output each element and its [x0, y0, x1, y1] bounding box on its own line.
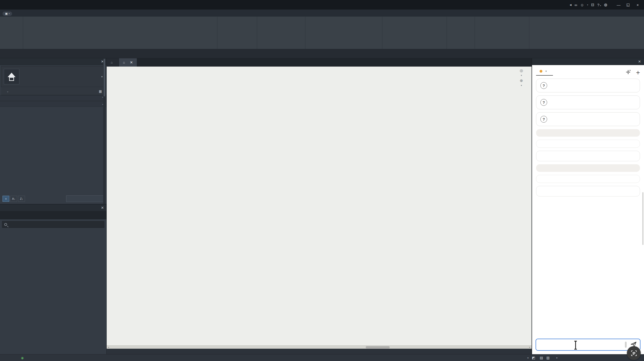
collapse-icon[interactable]: ◂	[570, 3, 572, 7]
restore-button[interactable]: ◱	[624, 2, 632, 8]
elevation-type-icon	[4, 69, 19, 84]
panel-label-work-plane	[475, 44, 529, 49]
panel-label-opening	[382, 44, 447, 49]
properties-scrollbar[interactable]	[103, 58, 106, 204]
ribbon-panel-model	[257, 17, 305, 49]
chevron-down-icon: ▾	[545, 70, 547, 73]
new-chat-icon[interactable]: +	[636, 69, 640, 76]
screen-record-tab[interactable]: ▣▾	[3, 12, 12, 16]
chevron-down-icon: ▾	[587, 4, 588, 6]
assistant-message	[536, 140, 640, 148]
view-tab-elevation[interactable]: ⌂✕	[119, 58, 137, 67]
question-icon: ?	[540, 82, 547, 89]
ribbon-panel-opening	[382, 17, 447, 49]
question-icon: ?	[540, 116, 547, 123]
panel-label-datum	[447, 44, 475, 49]
close-icon[interactable]: ✕	[130, 61, 133, 64]
close-button[interactable]: ×	[633, 2, 642, 8]
panel-label-circulation	[217, 44, 257, 49]
ribbon	[0, 17, 644, 49]
account-menu[interactable]: ☺▾	[580, 3, 588, 7]
project-browser-panel: ✕	[0, 204, 106, 354]
question-icon: ?	[540, 99, 547, 106]
search-icon	[4, 223, 7, 226]
autodesk-account-icon[interactable]: ◍	[604, 3, 607, 7]
assistant-input[interactable]	[536, 339, 640, 351]
view-tab-bar: ⌂ ⌂✕	[107, 58, 532, 67]
elevation-drawing	[107, 67, 531, 345]
close-icon[interactable]: ✕	[101, 206, 104, 210]
assistant-message	[536, 175, 640, 183]
suggestion-card[interactable]: ?	[536, 79, 640, 92]
horizontal-scrollbar[interactable]: ◂ ▸	[107, 345, 532, 349]
navigation-bar: ◎ ▾ ⊕ ▾	[520, 69, 523, 87]
chevron-down-icon: ▾	[9, 13, 10, 15]
panel-label-model	[257, 44, 305, 49]
ribbon-tab-bar: ▣▾	[0, 10, 644, 17]
sparkle-icon[interactable]	[625, 69, 631, 76]
view-tab-3d[interactable]: ⌂	[107, 58, 119, 67]
edit-type-button[interactable]: ▦	[99, 89, 103, 93]
sort-ascending-button[interactable]: A↓	[10, 196, 17, 202]
chat-tab[interactable]: ▾	[536, 70, 553, 76]
status-dot-icon	[540, 70, 542, 73]
panel-label-select[interactable]	[0, 44, 23, 49]
user-icon: ☺	[580, 3, 584, 7]
ribbon-panel-room-area	[305, 17, 382, 49]
assistant-chat-icon	[630, 349, 638, 357]
ribbon-panel-circulation	[217, 17, 257, 49]
type-selector[interactable]: ▾	[1, 66, 105, 87]
help-icon[interactable]: ? ▾	[597, 3, 601, 7]
chevron-down-icon: ▾	[101, 75, 103, 78]
drawing-canvas[interactable]: ◎ ▾ ⊕ ▾ ◂ ▸	[107, 67, 532, 349]
media-icon: ▣	[5, 12, 8, 15]
sort-default-button[interactable]: ≡	[3, 196, 9, 202]
app-store-icon[interactable]: ⊟	[591, 3, 594, 7]
ribbon-panel-build	[23, 17, 217, 49]
coordination-model-pin-icon: ◉	[21, 356, 24, 360]
suggestion-card[interactable]: ?	[536, 95, 640, 109]
scroll-right-icon[interactable]: ▸	[528, 346, 532, 349]
apply-button[interactable]	[66, 195, 104, 202]
view-control-bar	[107, 349, 532, 354]
search-icon[interactable]: ∞	[575, 3, 577, 7]
results-card	[536, 151, 640, 161]
ribbon-panel-select	[0, 17, 23, 49]
ribbon-panel-work-plane	[475, 17, 529, 49]
scrollbar-thumb[interactable]	[366, 346, 390, 348]
chevron-down-icon[interactable]: ▾	[527, 356, 529, 359]
steering-wheel-icon[interactable]: ◎	[520, 69, 523, 72]
ribbon-panel-datum	[447, 17, 475, 49]
options-bar	[0, 49, 644, 58]
assistant-launcher-button[interactable]	[627, 346, 641, 360]
browser-search-input[interactable]	[2, 221, 104, 228]
input-scrollbar	[625, 342, 627, 348]
edit-type-icon: ▦	[99, 89, 102, 93]
chevron-down-icon: ⌄	[7, 90, 9, 93]
panel-label-room-area[interactable]	[305, 44, 382, 49]
scroll-left-icon[interactable]: ◂	[107, 346, 110, 349]
worksets-dialog-icon[interactable]: ▤	[540, 356, 543, 360]
suggestion-card[interactable]: ?	[536, 112, 640, 126]
chat-scrollbar[interactable]	[642, 192, 643, 245]
close-icon[interactable]: ✕	[638, 60, 641, 64]
active-workset-icon[interactable]: ◩	[532, 356, 535, 360]
results-card	[536, 186, 640, 196]
home-icon: ⌂	[111, 61, 113, 64]
zoom-icon[interactable]: ⊕	[520, 79, 523, 82]
user-message	[536, 164, 640, 172]
chevron-down-icon[interactable]: ▾	[521, 84, 522, 87]
panel-label-build	[23, 44, 217, 49]
revit-window: ◂ ∞ ☺▾ ⊟ ? ▾ ◍ — ◱ × ▣▾	[0, 0, 644, 361]
design-options-icon[interactable]: ▥	[546, 356, 550, 360]
status-bar: ◉ ▾ ◩ ▤ ▥ ▾	[0, 354, 644, 361]
chevron-down-icon[interactable]: ▾	[556, 356, 557, 359]
autodesk-assistant-panel: ✕ ▾ + ? ?	[532, 58, 644, 354]
elevation-icon: ⌂	[123, 61, 125, 64]
properties-panel: ✕ ▾ ⌄ ▦ ⌃ ⌄	[0, 58, 106, 204]
chevron-down-icon[interactable]: ▾	[521, 74, 522, 77]
sort-descending-button[interactable]: Z↓	[18, 196, 25, 202]
title-bar: ◂ ∞ ☺▾ ⊟ ? ▾ ◍ — ◱ ×	[0, 0, 644, 10]
minimize-button[interactable]: —	[614, 2, 623, 8]
text-cursor	[574, 341, 578, 350]
